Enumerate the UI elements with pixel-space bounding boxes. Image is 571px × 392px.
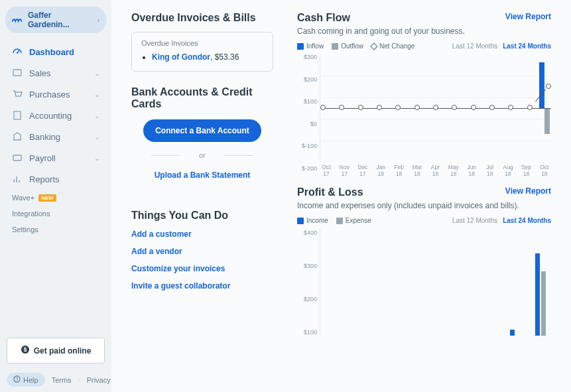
gauge-icon: [12, 46, 23, 57]
cashflow-subtitle: Cash coming in and going out of your bus…: [297, 27, 551, 36]
divider-or: or: [131, 151, 273, 159]
cashflow-view-report[interactable]: View Report: [505, 12, 551, 21]
pl-title: Profit & Loss: [297, 186, 363, 198]
wave-logo-icon: [12, 15, 24, 26]
cashflow-legend: Inflow Outflow Net Change Last 12 Months…: [297, 42, 551, 50]
new-badge: NEW: [38, 194, 56, 202]
privacy-link[interactable]: Privacy: [87, 376, 111, 384]
overdue-subtitle: Overdue Invoices: [141, 39, 263, 47]
add-customer-link[interactable]: Add a customer: [131, 229, 273, 239]
cashflow-chart: $300 $200 $100 $0 $-100 $-200 Oct17Nov17…: [320, 54, 551, 172]
overdue-amount: , $53.36: [210, 52, 239, 62]
nav-dashboard[interactable]: Dashboard: [3, 41, 109, 62]
book-icon: [12, 110, 23, 121]
cashflow-range-24[interactable]: Last 24 Months: [503, 42, 551, 50]
nav-wave-plus[interactable]: Wave+ NEW: [3, 190, 109, 206]
svg-text:$: $: [23, 346, 27, 353]
svg-text:?: ?: [15, 376, 18, 382]
terms-link[interactable]: Terms: [52, 376, 72, 384]
svg-rect-2: [14, 111, 21, 119]
nav-sales[interactable]: Sales ⌄: [3, 62, 109, 84]
add-vendor-link[interactable]: Add a vendor: [131, 247, 273, 256]
nav: Dashboard Sales ⌄ Purchases ⌄ Accounting…: [0, 41, 111, 338]
sidebar-footer: ? Help Terms · Privacy: [7, 373, 105, 387]
overdue-box: Overdue Invoices King of Gondor, $53.36: [131, 32, 273, 72]
chart-icon: [12, 174, 23, 184]
nav-accounting[interactable]: Accounting ⌄: [3, 105, 109, 126]
svg-rect-3: [13, 155, 21, 161]
inflow-swatch: [297, 43, 304, 50]
nav-payroll[interactable]: Payroll ⌄: [3, 147, 109, 168]
overdue-title: Overdue Invoices & Bills: [131, 12, 273, 24]
expense-swatch: [336, 218, 343, 224]
chevron-down-icon: ⌄: [94, 133, 99, 141]
customize-invoices-link[interactable]: Customize your invoices: [131, 264, 273, 273]
company-selector[interactable]: Gaffer Gardenin... ›: [5, 7, 106, 33]
help-icon: ?: [13, 375, 21, 384]
bank-icon: [12, 131, 23, 142]
chevron-right-icon: ›: [97, 17, 99, 24]
pl-range-12[interactable]: Last 12 Months: [452, 217, 497, 224]
bank-title: Bank Accounts & Credit Cards: [131, 86, 273, 110]
pl-view-report[interactable]: View Report: [505, 186, 551, 196]
pl-range-24[interactable]: Last 24 Months: [503, 217, 551, 224]
nav-reports[interactable]: Reports: [3, 168, 109, 190]
chevron-down-icon: ⌄: [94, 155, 99, 162]
invite-collaborator-link[interactable]: Invite a guest collaborator: [131, 281, 273, 291]
outflow-swatch: [332, 43, 338, 50]
nav-banking[interactable]: Banking ⌄: [3, 126, 109, 147]
dollar-icon: $: [21, 345, 30, 356]
cashflow-title: Cash Flow: [297, 12, 350, 24]
sidebar: Gaffer Gardenin... › Dashboard Sales ⌄ P…: [0, 0, 111, 392]
company-name: Gaffer Gardenin...: [28, 11, 94, 29]
overdue-customer: King of Gondor: [152, 52, 210, 62]
tag-icon: [12, 68, 23, 78]
help-button[interactable]: ? Help: [7, 373, 45, 387]
net-swatch: [370, 42, 377, 50]
chevron-down-icon: ⌄: [94, 91, 99, 98]
nav-integrations[interactable]: Integrations: [3, 206, 109, 222]
overdue-item[interactable]: King of Gondor, $53.36: [152, 52, 263, 62]
things-title: Things You Can Do: [131, 210, 273, 222]
connect-bank-button[interactable]: Connect a Bank Account: [143, 119, 261, 142]
nav-settings[interactable]: Settings: [3, 222, 109, 237]
upload-statement-link[interactable]: Upload a Bank Statement: [155, 170, 251, 180]
chevron-down-icon: ⌄: [94, 112, 99, 119]
cashflow-range-12[interactable]: Last 12 Months: [452, 42, 497, 50]
pl-chart: $400 $300 $200 $100: [320, 229, 551, 336]
nav-purchases[interactable]: Purchases ⌄: [3, 84, 109, 105]
chevron-down-icon: ⌄: [94, 70, 99, 77]
pl-subtitle: Income and expenses only (includes unpai…: [297, 201, 551, 210]
wallet-icon: [12, 153, 23, 163]
svg-rect-1: [13, 70, 21, 76]
pl-legend: Income Expense Last 12 Months Last 24 Mo…: [297, 217, 551, 224]
get-paid-online-button[interactable]: $ Get paid online: [7, 338, 105, 363]
cart-icon: [12, 89, 23, 99]
income-swatch: [297, 218, 304, 224]
main-content: Overdue Invoices & Bills Overdue Invoice…: [111, 0, 571, 392]
